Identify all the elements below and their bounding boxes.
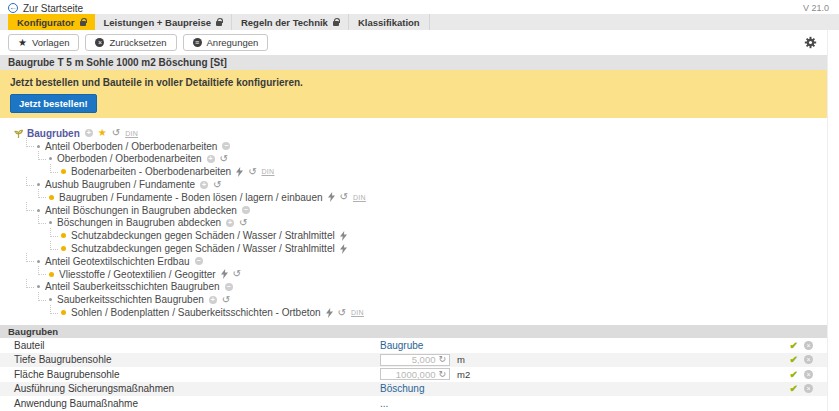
tree-node-baugruben[interactable]: Baugruben+★↺DIN (8, 127, 827, 140)
order-now-button[interactable]: Jetzt bestellen! (10, 94, 97, 113)
history-icon[interactable]: ↺ (220, 154, 228, 164)
row-status: ✔× (790, 383, 813, 394)
property-label: Fläche Baugrubensohle (14, 369, 380, 380)
din-badge[interactable]: DIN (353, 194, 366, 201)
property-value-link[interactable]: Böschung (380, 383, 424, 394)
tree-connector (50, 305, 58, 314)
tab-konfigurator[interactable]: Konfigurator (8, 14, 95, 30)
din-badge[interactable]: DIN (262, 168, 275, 175)
tree-node-label: Sohlen / Bodenplatten / Sauberkeitsschic… (71, 307, 321, 318)
tab-klassifikation[interactable]: Klassifikation (349, 14, 430, 30)
lightning-icon[interactable] (340, 244, 347, 254)
tree-node-baugruben-fundamente-boden-l-sen-lagern-einbauen[interactable]: Baugruben / Fundamente - Boden lösen / l… (8, 191, 827, 204)
leaf-bullet-icon (49, 195, 54, 200)
gear-icon[interactable] (804, 36, 817, 49)
plus-icon[interactable]: + (207, 155, 215, 163)
tree-node-label: Anteil Oberboden / Oberbodenarbeiten (45, 141, 217, 152)
minus-icon[interactable]: − (242, 206, 250, 214)
star-icon: ★ (18, 37, 27, 48)
minus-icon[interactable]: − (225, 283, 233, 291)
plus-icon[interactable]: + (209, 296, 217, 304)
node-bullet-icon (49, 298, 52, 301)
anregungen-button[interactable]: ≡ Anregungen (183, 34, 269, 51)
table-section-header-label: Baugruben (8, 326, 58, 337)
star-icon[interactable]: ★ (98, 128, 107, 138)
reset-icon: × (95, 38, 104, 47)
toolbar: ★ Vorlagen × Zurücksetzen ≡ Anregungen (0, 30, 827, 55)
order-banner: Jetzt bestellen und Bauteile in voller D… (0, 70, 827, 118)
history-icon[interactable]: ↺ (248, 167, 256, 177)
history-icon[interactable]: ↺ (233, 269, 241, 279)
lightning-icon[interactable] (328, 192, 335, 202)
unit-label: m (457, 354, 465, 365)
remove-icon[interactable]: × (804, 355, 813, 364)
tree-node-oberboden-oberbodenarbeiten[interactable]: Oberboden / Oberbodenarbeiten+↺ (8, 153, 827, 166)
lightning-icon[interactable] (340, 231, 347, 241)
tree-node-b-schungen-in-baugruben-abdecken[interactable]: Böschungen in Baugruben abdecken+↺ (8, 217, 827, 230)
property-value-input[interactable]: 1000,000↻ (380, 368, 450, 380)
version-label: V 21.0 (803, 3, 829, 13)
tree-connector (26, 138, 34, 147)
plus-icon[interactable]: + (85, 129, 93, 137)
remove-icon[interactable]: × (804, 384, 813, 393)
tree-node-schutzabdeckungen-gegen-sch-den-wasser-strahlmittel[interactable]: Schutzabdeckungen gegen Schäden / Wasser… (8, 229, 827, 242)
node-bullet-icon (37, 183, 40, 186)
history-icon[interactable]: ↺ (340, 192, 348, 202)
tree-node-schutzabdeckungen-gegen-sch-den-wasser-strahlmittel[interactable]: Schutzabdeckungen gegen Schäden / Wasser… (8, 242, 827, 255)
tree-connector (50, 164, 58, 173)
din-badge[interactable]: DIN (351, 309, 364, 316)
tree-node-anteil-oberboden-oberbodenarbeiten[interactable]: Anteil Oberboden / Oberbodenarbeiten− (8, 140, 827, 153)
tree-node-aushub-baugruben-fundamente[interactable]: Aushub Baugruben / Fundamente+↺ (8, 178, 827, 191)
tab-label: Regeln der Technik (241, 17, 328, 28)
tree-node-label: Schutzabdeckungen gegen Schäden / Wasser… (71, 230, 335, 241)
property-label: Anwendung Baumaßnahme (14, 398, 380, 409)
sprout-icon (14, 129, 23, 138)
lightning-icon[interactable] (326, 308, 333, 318)
minus-icon[interactable]: − (222, 142, 230, 150)
node-bullet-icon (49, 157, 52, 160)
tree-node-anteil-b-schungen-in-baugruben-abdecken[interactable]: Anteil Böschungen in Baugruben abdecken− (8, 204, 827, 217)
tree-connector (26, 202, 34, 211)
tree-node-anteil-geotextilschichten-erdbau[interactable]: Anteil Geotextilschichten Erdbau− (8, 255, 827, 268)
history-icon[interactable]: ↺ (338, 308, 346, 318)
tree-node-bodenarbeiten-oberbodenarbeiten[interactable]: Bodenarbeiten - Oberbodenarbeiten↺DIN (8, 165, 827, 178)
history-icon[interactable]: ↺ (222, 295, 230, 305)
remove-icon[interactable]: × (804, 341, 813, 350)
table-row-ausf-hrung-sicherungsma-nahmen: Ausführung SicherungsmaßnahmenBöschung✔× (0, 382, 827, 397)
table-row-bauteil: BauteilBaugrube✔× (0, 338, 827, 353)
selection-title-bar: Baugrube T 5 m Sohle 1000 m2 Böschung [S… (0, 55, 827, 70)
property-value-ellipsis[interactable]: ... (380, 398, 388, 409)
din-badge[interactable]: DIN (125, 130, 138, 137)
row-status: ✔× (790, 369, 813, 380)
property-value-input[interactable]: 5,000↻ (380, 354, 450, 366)
tree-node-sauberkeitsschichten-baugruben[interactable]: Sauberkeitsschichten Baugruben+↺ (8, 293, 827, 306)
lightning-icon[interactable] (236, 167, 243, 177)
recalculate-icon[interactable]: ↻ (438, 370, 446, 379)
history-icon[interactable]: ↺ (112, 128, 120, 138)
tree-node-vliesstoffe-geotextilien-geogitter[interactable]: Vliesstoffe / Geotextilien / Geogitter↺ (8, 268, 827, 281)
tree-node-label: Anteil Geotextilschichten Erdbau (45, 256, 190, 267)
recalculate-icon[interactable]: ↻ (438, 355, 446, 364)
vorlagen-button[interactable]: ★ Vorlagen (8, 34, 79, 51)
lightning-icon[interactable] (221, 269, 228, 279)
minus-icon[interactable]: − (195, 257, 203, 265)
leaf-bullet-icon (61, 169, 66, 174)
tab-regeln-der-technik[interactable]: Regeln der Technik (232, 14, 349, 30)
lock-icon (80, 21, 86, 26)
remove-icon[interactable]: × (804, 370, 813, 379)
history-icon[interactable]: ↺ (213, 180, 221, 190)
tree-node-label: Vliesstoffe / Geotextilien / Geogitter (59, 269, 216, 280)
back-to-start-link[interactable]: ← Zur Startseite (8, 3, 83, 14)
order-banner-text: Jetzt bestellen und Bauteile in voller D… (10, 77, 827, 88)
tree-node-sohlen-bodenplatten-sauberkeitsschichten-ortbeton[interactable]: Sohlen / Bodenplatten / Sauberkeitsschic… (8, 306, 827, 319)
tree-node-label: Bodenarbeiten - Oberbodenarbeiten (71, 166, 231, 177)
tree-node-anteil-sauberkeitsschichten-baugruben[interactable]: Anteil Sauberkeitsschichten Baugruben− (8, 281, 827, 294)
plus-icon[interactable]: + (200, 181, 208, 189)
plus-icon[interactable]: + (226, 219, 234, 227)
history-icon[interactable]: ↺ (239, 218, 247, 228)
tree-connector (26, 177, 34, 186)
property-value-link[interactable]: Baugrube (380, 340, 423, 351)
lock-icon (333, 21, 339, 26)
zuruecksetzen-button[interactable]: × Zurücksetzen (85, 34, 176, 51)
tab-leistungen-baupreise[interactable]: Leistungen + Baupreise (95, 14, 232, 30)
